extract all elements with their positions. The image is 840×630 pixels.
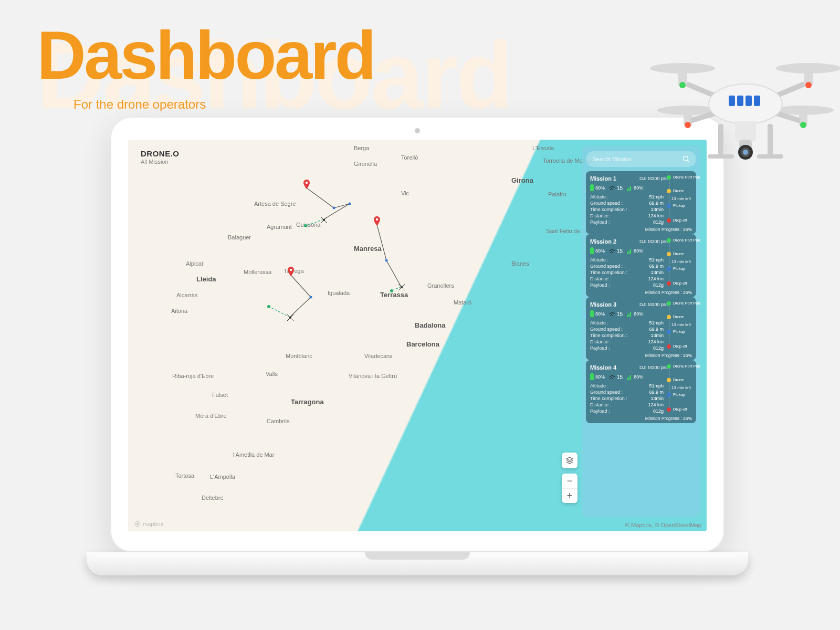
- svg-rect-29: [757, 154, 783, 159]
- city-label: Berga: [354, 145, 369, 151]
- mission-progress: Mission Progress : 26%: [590, 290, 692, 295]
- mission-card[interactable]: Mission 4 DJI M300 pro 80% 15 80% Altitu…: [586, 360, 696, 423]
- svg-rect-63: [628, 376, 629, 380]
- distance-value: 124 km: [648, 276, 664, 281]
- city-label: Palafru: [548, 191, 566, 197]
- city-label: Montblanc: [286, 353, 312, 359]
- svg-rect-13: [729, 96, 735, 106]
- svg-rect-55: [630, 186, 631, 191]
- map[interactable]: BergaGironellaTorellóL'EscalaTorroella d…: [128, 140, 707, 531]
- svg-rect-53: [627, 189, 628, 191]
- mission-title: Mission 4: [590, 364, 616, 371]
- svg-rect-14: [737, 96, 743, 106]
- map-pin-icon[interactable]: [288, 267, 294, 276]
- battery-icon: 80%: [590, 185, 605, 191]
- city-label: Mollerussa: [244, 269, 271, 275]
- speed-value: 69.9 m: [649, 327, 664, 332]
- laptop-mockup: BergaGironellaTorellóL'EscalaTorroella d…: [110, 117, 724, 600]
- city-label: l'Ametlla de Mar: [233, 452, 275, 458]
- city-label: Móra d'Ebre: [195, 413, 227, 419]
- city-label: Riba-roja d'Ebre: [172, 373, 214, 379]
- speed-value: 69.9 m: [649, 390, 664, 395]
- layers-button[interactable]: [562, 453, 578, 468]
- distance-value: 124 km: [648, 402, 664, 407]
- svg-rect-57: [628, 250, 629, 254]
- svg-point-17: [679, 82, 686, 88]
- svg-rect-16: [754, 96, 760, 106]
- altitude-value: 51mph: [649, 257, 664, 262]
- time-value: 13min: [650, 333, 664, 338]
- map-pin-icon[interactable]: [374, 216, 380, 226]
- mission-title: Mission 2: [590, 238, 616, 245]
- svg-rect-54: [628, 187, 629, 191]
- svg-point-42: [323, 219, 325, 221]
- city-label: Mataró: [454, 299, 471, 306]
- svg-point-50: [136, 523, 139, 525]
- satellite-icon: 15: [609, 374, 623, 380]
- app-screen: BergaGironellaTorellóL'EscalaTorroella d…: [128, 140, 707, 531]
- city-label: Alcarràs: [176, 292, 197, 298]
- mission-timeline: Drone Port Pad Drone 13 min left Pickup …: [667, 238, 692, 286]
- battery-icon: 80%: [590, 248, 605, 254]
- city-label: L'Ampolla: [210, 474, 235, 480]
- city-label: Balaguer: [228, 234, 251, 240]
- city-label: Granollers: [427, 282, 454, 289]
- svg-point-38: [376, 218, 378, 220]
- svg-point-37: [306, 182, 308, 184]
- svg-rect-58: [630, 249, 631, 254]
- city-label: Girona: [511, 176, 533, 184]
- city-label: Vilanova i la Geltrú: [349, 373, 397, 379]
- map-attribution-left: mapbox: [134, 521, 163, 527]
- city-label: Gironella: [354, 161, 377, 167]
- satellite-icon: 15: [609, 311, 623, 317]
- mission-timeline: Drone Port Pad Drone 13 min left Pickup …: [667, 175, 692, 223]
- svg-rect-59: [627, 315, 628, 317]
- svg-rect-15: [746, 96, 752, 106]
- speed-value: 69.9 m: [649, 264, 664, 269]
- zoom-in-button[interactable]: +: [562, 488, 578, 503]
- time-value: 13min: [650, 270, 664, 275]
- city-label: Cambrils: [267, 418, 289, 424]
- mission-timeline: Drone Port Pad Drone 13 min left Pickup …: [667, 364, 692, 412]
- mission-progress: Mission Progress : 26%: [590, 353, 692, 358]
- drone-marker-icon[interactable]: [398, 284, 405, 291]
- mission-timeline: Drone Port Pad Drone 13 min left Pickup …: [667, 301, 692, 349]
- svg-point-48: [289, 317, 291, 319]
- mission-model: DJI M300 pro: [639, 239, 668, 244]
- mission-title: Mission 1: [590, 175, 616, 182]
- city-label: Vic: [401, 190, 409, 196]
- city-label: Tortosa: [175, 472, 194, 479]
- mission-model: DJI M300 pro: [639, 302, 668, 307]
- app-logo-sub[interactable]: All Mission: [141, 159, 169, 165]
- distance-value: 124 km: [648, 339, 664, 344]
- app-logo: DRONE.O: [141, 149, 180, 158]
- svg-rect-56: [627, 252, 628, 254]
- svg-point-18: [805, 82, 812, 88]
- signal-icon: 80%: [627, 248, 643, 254]
- svg-rect-61: [630, 312, 631, 317]
- city-label: Deltebre: [202, 495, 224, 501]
- city-label: Alpicat: [186, 260, 203, 267]
- zoom-out-button[interactable]: −: [562, 474, 578, 488]
- distance-value: 124 km: [648, 213, 664, 218]
- map-pin-icon[interactable]: [303, 180, 310, 189]
- svg-rect-27: [768, 124, 773, 155]
- svg-rect-21: [735, 121, 756, 142]
- hero-subtitle: For the drone operators: [74, 97, 206, 112]
- svg-point-45: [401, 286, 403, 288]
- mission-sidebar: Mission 1 DJI M300 pro 80% 15 80% Altitu…: [582, 146, 700, 518]
- city-label: Guissona: [296, 222, 320, 228]
- payload-value: 812g: [653, 219, 664, 225]
- zoom-controls: − +: [562, 474, 578, 503]
- mission-card[interactable]: Mission 3 DJI M300 pro 80% 15 80% Altitu…: [586, 297, 696, 360]
- city-label: Torelló: [401, 154, 418, 161]
- drone-marker-icon[interactable]: [320, 216, 328, 224]
- svg-rect-60: [628, 313, 629, 317]
- city-label: Viladecans: [364, 353, 393, 359]
- drone-marker-icon[interactable]: [287, 314, 294, 321]
- mission-card[interactable]: Mission 1 DJI M300 pro 80% 15 80% Altitu…: [586, 171, 696, 234]
- svg-point-39: [290, 269, 292, 271]
- mission-progress: Mission Progress : 26%: [590, 416, 692, 421]
- mission-card[interactable]: Mission 2 DJI M300 pro 80% 15 80% Altitu…: [586, 234, 696, 297]
- svg-point-19: [685, 122, 691, 128]
